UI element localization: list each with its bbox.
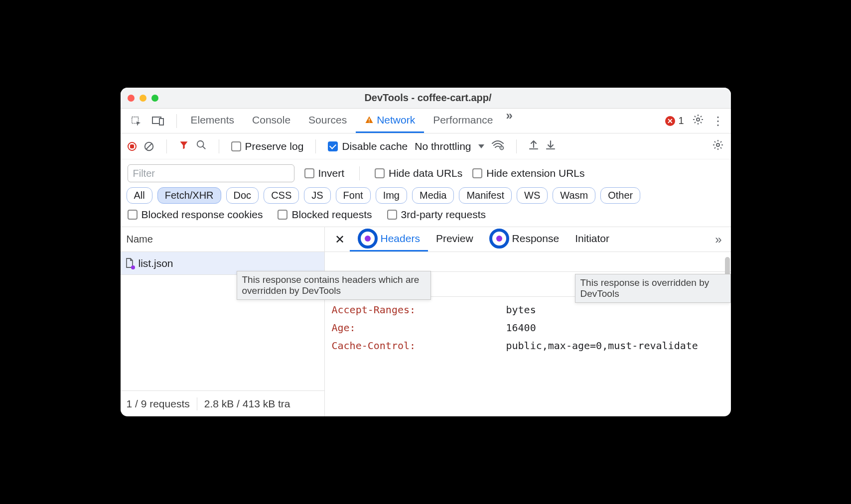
override-indicator-icon [365, 236, 371, 242]
type-pill-other[interactable]: Other [600, 187, 640, 204]
device-toolbar-icon[interactable] [149, 113, 166, 129]
tab-network[interactable]: Network [356, 109, 424, 133]
tab-elements[interactable]: Elements [182, 109, 244, 133]
detail-tab-preview[interactable]: Preview [428, 227, 481, 252]
record-button[interactable] [128, 142, 137, 151]
detail-tab-headers[interactable]: Headers [350, 227, 428, 252]
requests-name-header[interactable]: Name [121, 227, 324, 252]
resource-type-filter: All Fetch/XHR Doc CSS JS Font Img Media … [121, 185, 731, 209]
more-tabs-icon[interactable]: » [506, 109, 512, 133]
request-count-status: 1 / 9 requests [127, 398, 190, 410]
minimize-window-button[interactable] [140, 95, 146, 102]
settings-gear-icon[interactable] [692, 114, 704, 128]
chevron-down-icon [478, 144, 484, 148]
detail-tab-response[interactable]: Response [481, 227, 567, 252]
svg-line-7 [146, 143, 151, 149]
file-override-icon [126, 258, 135, 269]
detail-tabs: ✕ Headers Preview Response Initiator » [325, 227, 731, 252]
type-pill-js[interactable]: JS [304, 187, 330, 204]
third-party-requests-checkbox[interactable]: 3rd-party requests [387, 209, 486, 221]
transfer-size-status: 2.8 kB / 413 kB tra [204, 398, 290, 410]
close-detail-button[interactable]: ✕ [330, 233, 350, 247]
invert-checkbox[interactable]: Invert [304, 167, 345, 179]
type-pill-img[interactable]: Img [376, 187, 407, 204]
type-pill-css[interactable]: CSS [264, 187, 299, 204]
blocked-response-cookies-checkbox[interactable]: Blocked response cookies [128, 209, 263, 221]
headers-override-tooltip: This response contains headers which are… [237, 271, 431, 300]
traffic-lights [128, 95, 158, 102]
header-value: public,max-age=0,must-revalidate [506, 340, 724, 352]
extra-filters-row: Blocked response cookies Blocked request… [121, 209, 731, 227]
blocked-requests-checkbox[interactable]: Blocked requests [278, 209, 372, 221]
requests-status-bar: 1 / 9 requests 2.8 kB / 413 kB tra [121, 390, 324, 416]
type-pill-manifest[interactable]: Manifest [459, 187, 512, 204]
request-name: list.json [139, 257, 173, 269]
zoom-window-button[interactable] [151, 95, 158, 102]
close-window-button[interactable] [128, 95, 135, 102]
svg-point-8 [197, 141, 203, 147]
main-tabs-bar: Elements Console Sources Network Perform… [121, 109, 731, 133]
disable-cache-checkbox[interactable]: Disable cache [328, 140, 408, 152]
header-row: Cache-Control: public,max-age=0,must-rev… [332, 337, 724, 355]
override-indicator-icon [496, 236, 502, 242]
header-value: bytes [506, 304, 724, 316]
type-pill-all[interactable]: All [127, 187, 152, 204]
network-conditions-icon[interactable] [491, 139, 504, 153]
response-headers-kv: Accept-Ranges: bytes Age: 16400 Cache-Co… [325, 297, 731, 355]
header-key: Age: [332, 322, 506, 334]
detail-tab-initiator[interactable]: Initiator [567, 227, 617, 252]
warning-icon [365, 116, 374, 125]
header-key: Accept-Ranges: [332, 304, 506, 316]
type-pill-ws[interactable]: WS [517, 187, 548, 204]
panel-settings-gear-icon[interactable] [712, 139, 724, 153]
throttling-select[interactable]: No throttling [415, 140, 484, 152]
filter-funnel-icon[interactable] [179, 140, 189, 152]
type-pill-wasm[interactable]: Wasm [553, 187, 595, 204]
svg-line-9 [202, 146, 205, 149]
svg-point-5 [697, 118, 700, 121]
upload-har-icon[interactable] [529, 139, 539, 153]
response-override-tooltip: This response is overridden by DevTools [575, 274, 731, 303]
clear-button[interactable] [143, 141, 154, 152]
window-title: DevTools - coffee-cart.app/ [158, 92, 698, 104]
svg-point-11 [501, 147, 502, 148]
search-icon[interactable] [196, 139, 207, 153]
hide-extension-urls-checkbox[interactable]: Hide extension URLs [472, 167, 584, 179]
main-tabs: Elements Console Sources Network Perform… [182, 109, 513, 133]
type-pill-doc[interactable]: Doc [226, 187, 259, 204]
header-row: Age: 16400 [332, 319, 724, 337]
tab-console[interactable]: Console [243, 109, 299, 133]
content-area: Name list.json 1 / 9 requests 2.8 kB / 4… [121, 227, 731, 416]
header-row: Accept-Ranges: bytes [332, 301, 724, 319]
type-pill-fetch-xhr[interactable]: Fetch/XHR [157, 187, 221, 204]
download-har-icon[interactable] [546, 139, 556, 153]
header-key: Cache-Control: [332, 340, 506, 352]
svg-rect-3 [369, 119, 370, 121]
tab-sources[interactable]: Sources [299, 109, 356, 133]
kebab-menu-icon[interactable]: ⋮ [712, 114, 724, 128]
type-pill-media[interactable]: Media [412, 187, 454, 204]
inspect-element-icon[interactable] [128, 113, 144, 129]
filter-bar: Filter Invert Hide data URLs Hide extens… [121, 159, 731, 185]
issues-counter[interactable]: ✕ 1 [665, 115, 684, 126]
titlebar: DevTools - coffee-cart.app/ [121, 88, 731, 109]
devtools-window: DevTools - coffee-cart.app/ Elements Con… [121, 88, 731, 416]
more-detail-tabs-icon[interactable]: » [715, 233, 721, 247]
hide-data-urls-checkbox[interactable]: Hide data URLs [375, 167, 462, 179]
header-value: 16400 [506, 322, 724, 334]
svg-point-12 [716, 143, 719, 146]
network-toolbar: Preserve log Disable cache No throttling [121, 133, 731, 159]
error-icon: ✕ [665, 116, 675, 126]
detail-panel: ✕ Headers Preview Response Initiator » R… [325, 227, 731, 416]
filter-input[interactable]: Filter [128, 164, 294, 182]
requests-panel: Name list.json 1 / 9 requests 2.8 kB / 4… [121, 227, 325, 416]
type-pill-font[interactable]: Font [336, 187, 371, 204]
svg-rect-2 [159, 119, 163, 125]
svg-rect-4 [369, 122, 370, 123]
preserve-log-checkbox[interactable]: Preserve log [231, 140, 304, 152]
tab-performance[interactable]: Performance [424, 109, 502, 133]
